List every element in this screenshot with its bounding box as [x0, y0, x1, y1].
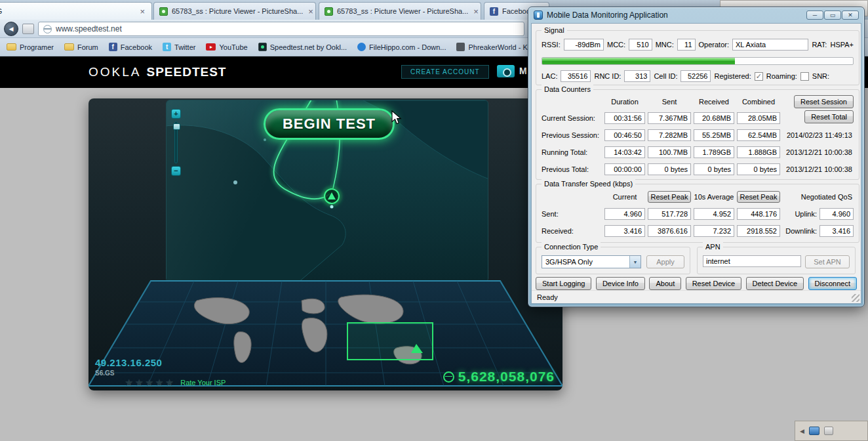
- cell-id-label: Cell ID:: [654, 72, 677, 80]
- connection-type-group: Connection Type 3G/HSPA Only Apply: [536, 247, 690, 274]
- timestamp: 2013/12/21 10:00:38: [783, 165, 854, 173]
- table-row: Previous Total: 00:00:00 0 bytes 0 bytes…: [542, 163, 854, 175]
- bookmark-facebook[interactable]: Facebook: [109, 43, 152, 51]
- combined-value: 62.54MB: [737, 129, 780, 141]
- reset-peak-average-button[interactable]: Reset Peak: [737, 191, 780, 203]
- address-bar[interactable]: [38, 22, 524, 36]
- device-info-button[interactable]: Device Info: [596, 277, 645, 290]
- facebook-icon: [109, 43, 117, 51]
- ip-address: 49.213.16.250: [95, 357, 162, 368]
- mouse-cursor: [391, 110, 402, 125]
- uplink-value: 4.960: [819, 208, 854, 220]
- rat-value: HSPA+: [830, 41, 854, 49]
- about-button[interactable]: About: [649, 277, 681, 290]
- combined-header: Combined: [737, 98, 780, 106]
- bookmark-filehippo[interactable]: FileHippo.com - Down...: [357, 43, 446, 51]
- received-average: 7.232: [694, 225, 734, 237]
- page-tool-icon[interactable]: [22, 24, 34, 34]
- filehippo-icon: [357, 43, 366, 51]
- resize-grip[interactable]: [852, 294, 859, 302]
- received-value: 0 bytes: [694, 163, 734, 175]
- duration-value: 14:03:42: [604, 146, 645, 158]
- camera-icon[interactable]: [497, 65, 515, 77]
- set-apn-button: Set APN: [805, 255, 850, 268]
- table-row: Running Total: 14:03:42 100.7MB 1.789GB …: [542, 146, 854, 158]
- snr-label: SNR:: [812, 72, 829, 80]
- detect-device-button[interactable]: Detect Device: [746, 277, 804, 290]
- start-logging-button[interactable]: Start Logging: [536, 277, 591, 290]
- data-counters-group: Data Counters Duration Sent Received Com…: [536, 89, 859, 180]
- facebook-favicon: [490, 7, 498, 16]
- begin-test-button[interactable]: BEGIN TEST: [264, 108, 395, 140]
- bookmark-forum[interactable]: Forum: [64, 43, 98, 51]
- window-title-bar[interactable]: Mobile Data Monitoring Application ─ ▭ ✕: [528, 7, 864, 23]
- lac-label: LAC:: [542, 72, 557, 80]
- rate-your-isp-label[interactable]: Rate Your ISP: [180, 379, 226, 387]
- folder-icon: [64, 43, 74, 51]
- apn-input[interactable]: internet: [703, 255, 801, 267]
- close-button[interactable]: ✕: [842, 10, 859, 20]
- sent-speed-row: Sent: 4.960 517.728 4.952 448.176 Uplink…: [542, 208, 854, 220]
- picture-viewer-favicon: [325, 7, 333, 16]
- display-tray-icon[interactable]: [809, 427, 819, 435]
- create-account-button[interactable]: CREATE ACCOUNT: [401, 65, 489, 79]
- roaming-label: Roaming:: [766, 72, 797, 80]
- received-peak: 3876.616: [648, 225, 691, 237]
- tab-3[interactable]: 65783_ss : Picture Viewer - PictureSha..…: [319, 2, 481, 20]
- sent-header: Sent: [648, 98, 691, 106]
- bookmark-twitter[interactable]: Twitter: [163, 43, 195, 51]
- back-button[interactable]: [4, 22, 18, 36]
- sent-average: 4.952: [694, 208, 734, 220]
- tab-close-icon[interactable]: ×: [472, 7, 480, 16]
- window-client-area: Signal RSSI: -89dBm MCC: 510 MNC: 11 Ope…: [531, 23, 861, 304]
- reset-session-button[interactable]: Reset Session: [794, 95, 854, 108]
- site-globe-icon: [43, 25, 52, 33]
- uplink-label: Uplink:: [795, 210, 817, 218]
- zoom-in-button[interactable]: +: [171, 109, 181, 119]
- rnc-value: 313: [624, 70, 650, 82]
- table-row: Current Session: 00:31:56 7.367MB 20.68M…: [542, 112, 854, 124]
- status-bar: Ready: [532, 290, 861, 303]
- disconnect-button[interactable]: Disconnect: [808, 277, 857, 290]
- bookmark-speedtest[interactable]: Speedtest.net by Ookl...: [258, 43, 347, 51]
- lac-value: 35516: [561, 70, 591, 82]
- reset-device-button[interactable]: Reset Device: [686, 277, 741, 290]
- reset-peak-current-button[interactable]: Reset Peak: [648, 191, 691, 203]
- combined-value: 0 bytes: [737, 163, 780, 175]
- tray-expand-icon[interactable]: ◀: [800, 428, 804, 434]
- tab-close-icon[interactable]: ×: [138, 7, 146, 16]
- global-test-counter: 5,628,058,076: [443, 369, 555, 385]
- chevron-down-icon[interactable]: [629, 256, 641, 268]
- zoom-slider[interactable]: [174, 121, 178, 163]
- received-average-peak: 2918.552: [737, 225, 780, 237]
- mcc-label: MCC:: [607, 41, 625, 49]
- zoom-out-button[interactable]: −: [171, 166, 181, 176]
- address-input[interactable]: [56, 24, 519, 33]
- roaming-checkbox[interactable]: [800, 72, 809, 81]
- tab-1[interactable]: a TG ×: [0, 2, 152, 20]
- received-value: 55.25MB: [694, 129, 734, 141]
- speedtest-icon: [258, 43, 267, 51]
- bookmark-programer[interactable]: Programer: [7, 43, 54, 51]
- bookmark-youtube[interactable]: YouTube: [206, 43, 247, 51]
- combined-value: 28.05MB: [737, 112, 780, 124]
- rating-stars[interactable]: ★★★★★: [125, 377, 175, 388]
- tab-close-icon[interactable]: ×: [307, 7, 315, 16]
- device-tray-icon[interactable]: [824, 427, 833, 435]
- tab-1-label: a TG: [0, 7, 2, 15]
- maximize-button[interactable]: ▭: [824, 10, 841, 20]
- apply-button: Apply: [646, 255, 684, 268]
- minimize-button[interactable]: ─: [806, 10, 823, 20]
- connection-type-dropdown[interactable]: 3G/HSPA Only: [542, 255, 641, 268]
- zoom-slider-handle[interactable]: [173, 123, 180, 130]
- action-button-row: Start Logging Device Info About Reset De…: [536, 277, 857, 290]
- registered-checkbox[interactable]: ✓: [755, 72, 763, 81]
- tab-2[interactable]: 65783_ss : Picture Viewer - PictureSha..…: [153, 2, 316, 20]
- sent-value: 7.367MB: [648, 112, 691, 124]
- avg-header: 10s Average: [694, 193, 734, 201]
- isp-name: S6.GS: [95, 369, 162, 377]
- duration-value: 00:31:56: [604, 112, 645, 124]
- downlink-value: 3.416: [819, 225, 854, 237]
- received-speed-row: Received: 3.416 3876.616 7.232 2918.552 …: [542, 225, 854, 237]
- window-title: Mobile Data Monitoring Application: [547, 10, 668, 20]
